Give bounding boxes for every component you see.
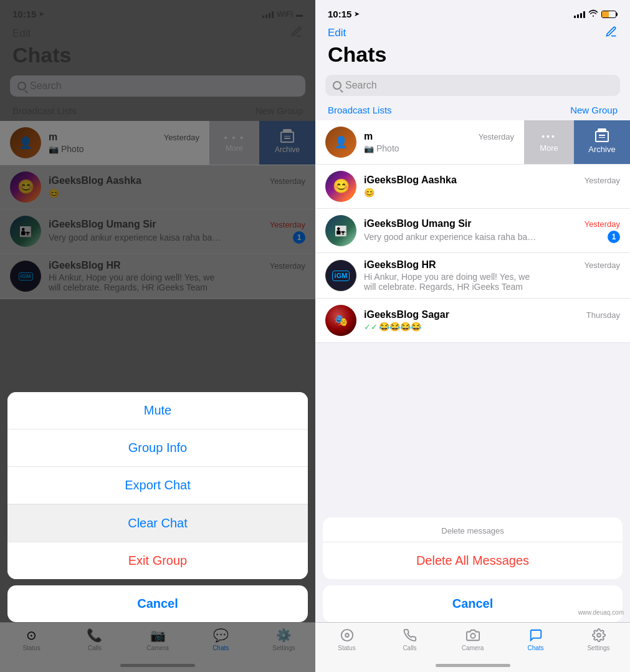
- right-status-bar: 10:15 ➤: [315, 0, 630, 23]
- right-panel: 10:15 ➤: [315, 0, 630, 672]
- right-tab-calls[interactable]: Calls: [378, 628, 441, 651]
- right-home-indicator: [436, 664, 510, 667]
- watermark: www.deuaq.com: [578, 609, 624, 616]
- right-chat-aashka[interactable]: 😊 iGeeksBlog Aashka Yesterday 😊: [315, 165, 630, 209]
- left-panel: 10:15 ➤ WiFi ▬ Edit Chats: [0, 0, 315, 672]
- right-more-label: More: [540, 143, 558, 153]
- left-group-info-action[interactable]: Group Info: [7, 430, 308, 467]
- right-camera-tab-label: Camera: [462, 645, 484, 651]
- right-hr-avatar: iGM: [325, 260, 356, 291]
- left-mute-action[interactable]: Mute: [7, 392, 308, 430]
- right-wifi-icon: [588, 9, 598, 19]
- right-header: Edit Chats: [315, 23, 630, 71]
- right-umang-time: Yesterday: [585, 219, 620, 229]
- right-tab-camera[interactable]: Camera: [441, 628, 504, 651]
- right-first-chat-time: Yesterday: [479, 132, 514, 142]
- right-settings-tab-icon: [591, 628, 606, 643]
- right-aashka-avatar: 😊: [325, 171, 356, 202]
- right-first-chat-avatar: 👤: [325, 127, 356, 158]
- right-first-chat-preview: Photo: [376, 143, 399, 153]
- right-sagar-preview: 😂😂😂😂: [379, 322, 421, 332]
- left-exit-group-action[interactable]: Exit Group: [7, 542, 308, 579]
- right-signal-icon: [574, 11, 585, 18]
- right-first-chat-wrapper: 👤 m Yesterday 📷 Photo: [315, 120, 630, 165]
- right-new-group[interactable]: New Group: [570, 105, 618, 115]
- right-status-tab-icon: [340, 628, 355, 643]
- right-archive-action[interactable]: Archive: [574, 120, 630, 164]
- right-chat-sagar[interactable]: 🎭 iGeeksBlog Sagar Thursday ✓✓ 😂😂😂😂: [315, 299, 630, 343]
- right-chats-title: Chats: [328, 43, 618, 66]
- left-cancel-action[interactable]: Cancel: [7, 585, 308, 622]
- right-search-icon: [333, 81, 341, 90]
- left-action-group: Mute Group Info Export Chat Clear Chat E…: [7, 392, 308, 579]
- right-tab-status[interactable]: Status: [315, 628, 378, 651]
- right-calls-tab-icon: [403, 628, 418, 643]
- svg-point-1: [345, 633, 349, 637]
- right-battery-icon: [601, 11, 618, 18]
- right-chat-list: 👤 m Yesterday 📷 Photo: [315, 120, 630, 343]
- right-sagar-time: Thursday: [586, 310, 620, 320]
- right-delete-cancel-button[interactable]: Cancel: [323, 585, 623, 622]
- right-hr-time: Yesterday: [585, 261, 620, 270]
- right-tab-chats[interactable]: Chats: [504, 628, 567, 651]
- right-status-tab-label: Status: [338, 645, 355, 651]
- left-action-sheet: Mute Group Info Export Chat Clear Chat E…: [7, 392, 308, 622]
- right-settings-tab-label: Settings: [587, 645, 609, 651]
- right-umang-name: iGeeksBlog Umang Sir: [364, 218, 472, 229]
- right-sagar-avatar: 🎭: [325, 305, 356, 336]
- right-sagar-ticks: ✓✓: [364, 322, 378, 332]
- right-chats-tab-icon: [528, 628, 543, 643]
- right-delete-title: Delete messages: [323, 517, 623, 542]
- right-more-dots-icon: •••: [542, 132, 556, 142]
- right-chat-umang[interactable]: 👨‍👧 iGeeksBlog Umang Sir Yesterday Very …: [315, 209, 630, 253]
- right-delete-all-button[interactable]: Delete All Messages: [323, 542, 623, 579]
- right-more-action[interactable]: ••• More: [524, 120, 574, 164]
- svg-point-2: [470, 633, 475, 638]
- right-search-placeholder: Search: [345, 80, 377, 91]
- right-photo-icon: 📷: [364, 144, 374, 153]
- right-broadcast-lists[interactable]: Broadcast Lists: [328, 105, 392, 115]
- right-aashka-name: iGeeksBlog Aashka: [364, 175, 457, 186]
- right-status-time: 10:15: [328, 9, 351, 19]
- right-umang-preview: Very good ankur experience kaisa raha ba…: [364, 232, 538, 242]
- right-delete-sheet: Delete messages Delete All Messages: [323, 517, 623, 579]
- right-broadcast-row: Broadcast Lists New Group: [315, 102, 630, 120]
- right-umang-badge: 1: [608, 231, 620, 243]
- right-camera-tab-icon: [465, 628, 480, 643]
- right-hr-preview: Hi Ankur, Hope you are doing well! Yes, …: [364, 272, 538, 292]
- right-nav-arrow-icon: ➤: [354, 10, 360, 18]
- left-home-indicator: [120, 664, 195, 667]
- right-status-icons: [574, 9, 618, 19]
- right-tab-settings[interactable]: Settings: [567, 628, 630, 651]
- right-umang-avatar: 👨‍👧: [325, 215, 356, 246]
- svg-point-3: [597, 633, 601, 637]
- right-edit-button[interactable]: Edit: [328, 27, 346, 39]
- right-calls-tab-label: Calls: [403, 645, 416, 651]
- right-delete-overlay: Delete messages Delete All Messages Canc…: [323, 517, 623, 622]
- right-search-bar[interactable]: Search: [325, 75, 620, 96]
- right-archive-icon: [595, 131, 609, 142]
- right-aashka-preview: 😊: [364, 188, 375, 198]
- svg-point-0: [341, 630, 352, 641]
- right-first-chat-name: m: [364, 131, 373, 142]
- right-compose-icon[interactable]: [605, 26, 618, 41]
- right-swipe-actions: ••• More Archive: [524, 120, 630, 164]
- right-sagar-name: iGeeksBlog Sagar: [364, 309, 449, 320]
- left-clear-chat-action[interactable]: Clear Chat: [7, 504, 308, 542]
- right-chats-tab-label: Chats: [527, 645, 543, 651]
- right-archive-label: Archive: [588, 145, 615, 154]
- left-export-chat-action[interactable]: Export Chat: [7, 467, 308, 504]
- right-hr-name: iGeeksBlog HR: [364, 259, 436, 271]
- right-aashka-time: Yesterday: [585, 176, 620, 185]
- right-chat-hr[interactable]: iGM iGeeksBlog HR Yesterday Hi Ankur, Ho…: [315, 253, 630, 299]
